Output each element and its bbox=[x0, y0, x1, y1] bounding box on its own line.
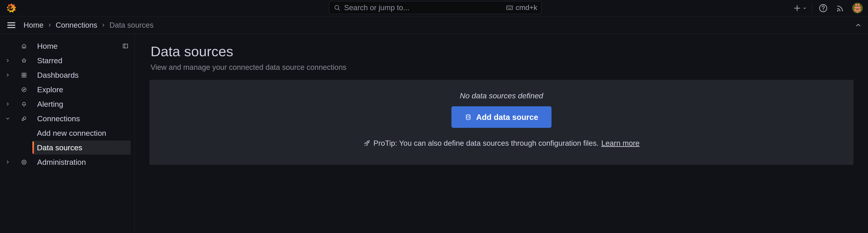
sidebar-item-label: Dashboards bbox=[37, 71, 79, 80]
database-icon bbox=[465, 114, 472, 121]
chevron-right-icon[interactable] bbox=[4, 71, 11, 79]
breadcrumb-data-sources: Data sources bbox=[110, 21, 153, 29]
sidebar-item-connections[interactable]: Connections bbox=[0, 112, 134, 125]
search-shortcut: cmd+k bbox=[506, 3, 537, 12]
hamburger-icon bbox=[6, 20, 16, 30]
mega-menu: Home Starred bbox=[0, 34, 135, 233]
sidebar-item-alerting[interactable]: Alerting bbox=[0, 97, 134, 111]
add-new-button[interactable] bbox=[793, 4, 808, 13]
sidebar-item-explore[interactable]: Explore bbox=[0, 83, 134, 96]
page-header: Data sources View and manage your connec… bbox=[135, 34, 868, 71]
sidebar-item-label: Connections bbox=[37, 114, 80, 123]
page-subtitle: View and manage your connected data sour… bbox=[151, 63, 868, 71]
learn-more-link[interactable]: Learn more bbox=[601, 139, 640, 148]
sidebar-item-label: Add new connection bbox=[37, 129, 106, 138]
chevron-right-icon bbox=[100, 22, 106, 28]
dock-menu-button[interactable] bbox=[122, 43, 129, 49]
chevron-right-icon[interactable] bbox=[4, 100, 11, 108]
protip: ProTip: You can also define data sources… bbox=[363, 139, 640, 148]
breadcrumb: Home Connections Data sources bbox=[24, 21, 154, 29]
link-rings-icon bbox=[21, 116, 27, 121]
rocket-icon bbox=[363, 140, 371, 147]
sidebar-item-dashboards[interactable]: Dashboards bbox=[0, 68, 134, 82]
search-placeholder: Search or jump to... bbox=[344, 3, 506, 12]
sidebar-item-label: Alerting bbox=[37, 100, 63, 109]
active-indicator bbox=[32, 141, 34, 154]
sidebar-item-label: Home bbox=[37, 42, 58, 51]
sidebar-item-home[interactable]: Home bbox=[0, 39, 134, 53]
top-bar: Search or jump to... cmd+k bbox=[0, 0, 868, 16]
empty-state-panel: No data sources defined Add data source … bbox=[149, 80, 854, 165]
breadcrumb-connections[interactable]: Connections bbox=[56, 21, 97, 29]
main-content: Data sources View and manage your connec… bbox=[135, 34, 868, 233]
star-icon bbox=[21, 58, 27, 63]
news-button[interactable] bbox=[835, 3, 845, 13]
breadcrumb-bar: Home Connections Data sources bbox=[0, 16, 868, 34]
bell-icon bbox=[21, 101, 27, 107]
chevron-right-icon bbox=[46, 22, 53, 28]
chevron-right-icon[interactable] bbox=[4, 158, 11, 166]
apps-icon bbox=[21, 72, 27, 78]
chevron-up-icon bbox=[855, 21, 862, 29]
keyboard-icon bbox=[506, 4, 514, 11]
chevron-right-icon[interactable] bbox=[4, 57, 11, 64]
chevron-down-icon[interactable] bbox=[4, 115, 11, 122]
empty-state-message: No data sources defined bbox=[460, 91, 544, 100]
sidebar-item-administration[interactable]: Administration bbox=[0, 155, 134, 169]
grafana-logo-icon[interactable] bbox=[6, 2, 17, 13]
home-icon bbox=[21, 43, 27, 49]
protip-text: ProTip: You can also define data sources… bbox=[373, 139, 598, 148]
sidebar-item-label: Data sources bbox=[37, 143, 82, 152]
user-avatar[interactable] bbox=[852, 3, 863, 13]
topbar-actions bbox=[793, 0, 863, 16]
search-input[interactable]: Search or jump to... cmd+k bbox=[329, 1, 541, 14]
grafana-app: Search or jump to... cmd+k bbox=[0, 0, 868, 233]
chevron-down-icon bbox=[802, 5, 808, 11]
help-button[interactable] bbox=[818, 3, 828, 13]
sidebar-item-data-sources[interactable]: Data sources bbox=[32, 141, 131, 154]
rss-icon bbox=[835, 3, 845, 13]
sidebar-item-add-new-connection[interactable]: Add new connection bbox=[32, 126, 131, 140]
sidebar-item-label: Explore bbox=[37, 85, 63, 94]
sidebar-item-label: Administration bbox=[37, 158, 86, 167]
sidebar-item-starred[interactable]: Starred bbox=[0, 54, 134, 67]
compass-icon bbox=[21, 87, 27, 92]
breadcrumb-home[interactable]: Home bbox=[24, 21, 43, 29]
add-data-source-button[interactable]: Add data source bbox=[452, 106, 552, 128]
panel-left-icon bbox=[122, 43, 129, 49]
collapse-toolbar-button[interactable] bbox=[855, 21, 862, 29]
menu-toggle-button[interactable] bbox=[6, 20, 16, 30]
sidebar-item-label: Starred bbox=[37, 56, 62, 65]
search-icon bbox=[333, 4, 341, 11]
page-title: Data sources bbox=[151, 43, 868, 60]
topbar-divider bbox=[812, 3, 812, 13]
question-circle-icon bbox=[818, 3, 828, 13]
gear-icon bbox=[21, 159, 27, 165]
